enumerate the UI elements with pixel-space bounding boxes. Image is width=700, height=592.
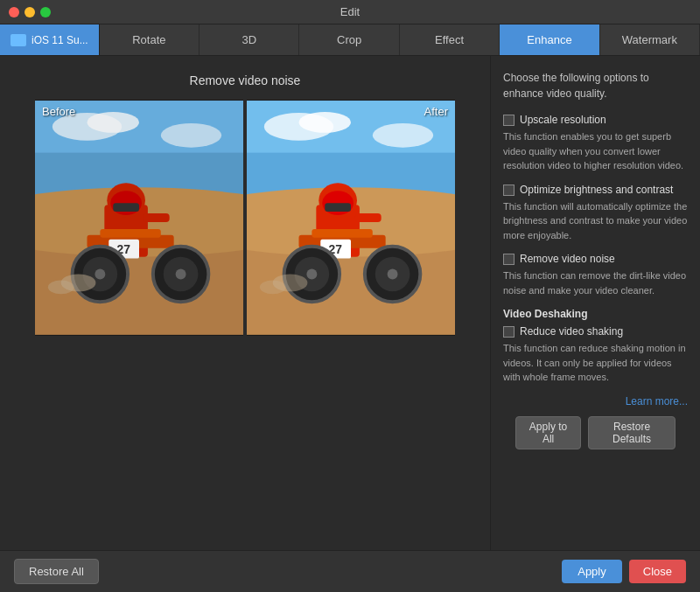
svg-rect-42 <box>312 229 372 238</box>
desc-brightness: This function will automatically optimiz… <box>503 199 688 243</box>
svg-point-31 <box>373 123 433 148</box>
label-deshaking: Reduce video shaking <box>520 325 623 338</box>
options-buttons: Apply to All Restore Defaults <box>503 416 688 456</box>
nav-tabs: Rotate 3D Crop Effect Enhance Watermark <box>100 24 700 55</box>
svg-point-52 <box>260 280 286 294</box>
maximize-button[interactable] <box>40 7 51 17</box>
options-panel: Choose the following options to enhance … <box>490 56 700 550</box>
label-upscale: Upscale resolution <box>520 114 606 126</box>
minimize-button[interactable] <box>24 7 35 17</box>
file-icon <box>10 34 26 46</box>
before-label: Before <box>42 105 75 118</box>
window-title: Edit <box>340 5 360 18</box>
label-noise: Remove video noise <box>520 253 615 265</box>
svg-rect-26 <box>35 101 243 335</box>
tab-effect[interactable]: Effect <box>400 24 500 55</box>
desc-deshaking: This function can reduce shaking motion … <box>503 341 688 385</box>
desc-noise: This function can remove the dirt-like v… <box>503 268 688 297</box>
section-deshaking: Video Deshaking <box>503 308 688 320</box>
before-image: Before <box>35 100 243 336</box>
svg-point-50 <box>388 269 398 280</box>
checkbox-noise[interactable] <box>503 254 514 265</box>
svg-rect-40 <box>355 213 382 222</box>
svg-point-47 <box>306 269 317 280</box>
main-content: Remove video noise Before <box>0 56 700 550</box>
svg-point-30 <box>299 112 352 133</box>
tab-enhance[interactable]: Enhance <box>500 24 599 55</box>
bottom-bar: Restore All Apply Close <box>0 550 700 592</box>
after-image: After <box>247 100 455 336</box>
traffic-lights <box>9 7 51 17</box>
file-tab-label: iOS 11 Su... <box>32 34 88 46</box>
option-row-brightness: Optimize brightness and contrast <box>503 184 688 196</box>
tab-rotate[interactable]: Rotate <box>100 24 200 55</box>
tab-crop[interactable]: Crop <box>299 24 399 55</box>
bottom-left-buttons: Restore All <box>14 559 99 584</box>
tab-bar: iOS 11 Su... Rotate 3D Crop Effect Enhan… <box>0 24 700 56</box>
desc-upscale: This function enables you to get superb … <box>503 129 688 173</box>
before-image-svg: 27 <box>35 100 243 336</box>
bottom-right-buttons: Apply Close <box>562 560 686 583</box>
preview-images: Before <box>35 100 455 336</box>
close-button-bottom[interactable]: Close <box>629 560 686 583</box>
close-button[interactable] <box>9 7 19 17</box>
file-tab[interactable]: iOS 11 Su... <box>0 24 100 55</box>
restore-all-button[interactable]: Restore All <box>14 559 99 584</box>
tab-3d[interactable]: 3D <box>200 24 299 55</box>
checkbox-deshaking[interactable] <box>503 326 514 338</box>
option-row-deshaking: Reduce video shaking <box>503 325 688 338</box>
svg-rect-39 <box>325 203 351 212</box>
checkbox-brightness[interactable] <box>503 185 514 196</box>
options-intro: Choose the following options to enhance … <box>503 70 688 101</box>
apply-to-all-button[interactable]: Apply to All <box>515 416 581 449</box>
after-image-svg: 27 <box>247 100 455 336</box>
preview-panel: Remove video noise Before <box>0 56 490 550</box>
restore-defaults-button[interactable]: Restore Defaults <box>588 416 676 449</box>
title-bar: Edit <box>0 0 700 24</box>
checkbox-upscale[interactable] <box>503 115 514 126</box>
option-row-upscale: Upscale resolution <box>503 114 688 126</box>
learn-more-link[interactable]: Learn more... <box>503 395 688 407</box>
option-row-noise: Remove video noise <box>503 253 688 265</box>
preview-title: Remove video noise <box>190 73 301 87</box>
tab-watermark[interactable]: Watermark <box>600 24 700 55</box>
after-label: After <box>424 105 448 118</box>
label-brightness: Optimize brightness and contrast <box>520 184 673 196</box>
apply-button[interactable]: Apply <box>562 560 622 583</box>
